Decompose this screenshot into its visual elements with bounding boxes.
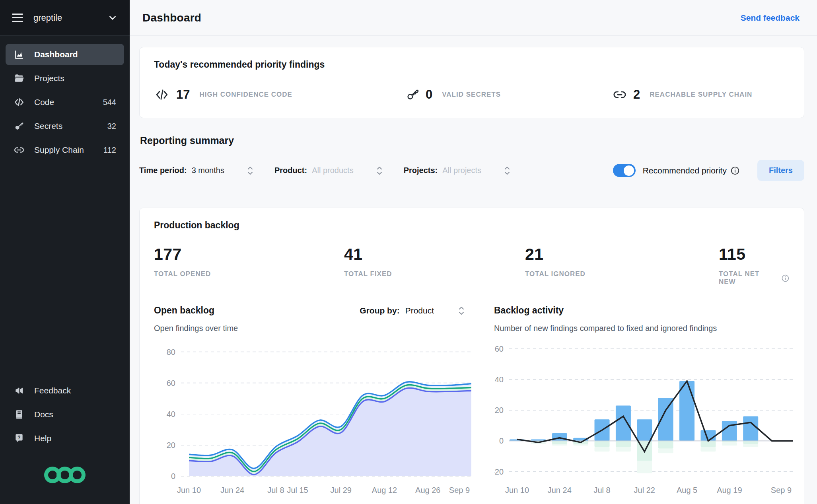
greptile-logo [6, 451, 124, 504]
sidebar-item-docs[interactable]: Docs [6, 404, 124, 425]
stat-high-confidence-code: 17 HIGH CONFIDENCE CODE [154, 88, 406, 102]
sidebar-footer: Feedback Docs ? Help [0, 380, 130, 504]
svg-text:Jul 15: Jul 15 [287, 486, 308, 494]
page-header: Dashboard Send feedback [130, 0, 817, 36]
menu-icon[interactable] [12, 14, 23, 22]
svg-text:40: 40 [495, 375, 504, 384]
filter-label: Product: [274, 166, 307, 175]
info-icon[interactable] [730, 166, 740, 175]
projects-select[interactable]: Projects: All projects [404, 165, 511, 176]
sidebar-item-label: Secrets [34, 121, 62, 131]
filter-label: Projects: [404, 166, 438, 175]
recommended-priority-toggle[interactable] [613, 164, 636, 177]
chain-link-icon [14, 145, 25, 155]
sidebar-item-help[interactable]: ? Help [6, 428, 124, 449]
supply-chain-count-badge: 112 [103, 146, 116, 155]
svg-text:Jun 10: Jun 10 [177, 486, 201, 494]
send-feedback-link[interactable]: Send feedback [741, 13, 799, 23]
filter-value: All products [312, 166, 354, 175]
svg-text:Jun 24: Jun 24 [548, 486, 572, 494]
backlog-stats-row: 177 TOTAL OPENED 41 TOTAL FIXED 21 TOTAL… [154, 245, 790, 286]
svg-text:Aug 19: Aug 19 [717, 486, 742, 494]
dashboard-icon [14, 49, 25, 60]
priority-stats-row: 17 HIGH CONFIDENCE CODE 0 VALID SECRETS … [154, 88, 790, 102]
stat-label-text: TOTAL NET NEW [719, 270, 778, 286]
svg-text:Jun 24: Jun 24 [220, 486, 244, 494]
priority-card-title: Today's recommended priority findings [154, 59, 790, 70]
stat-total-net-new: 115 TOTAL NET NEW [719, 245, 790, 286]
sidebar-item-label: Dashboard [34, 50, 78, 59]
charts-row: Open backlog Group by: Product Open find… [154, 305, 790, 504]
svg-text:Jun 10: Jun 10 [505, 486, 529, 494]
folder-icon [14, 73, 25, 84]
group-by-select[interactable]: Group by: Product [360, 306, 472, 316]
open-backlog-section: Open backlog Group by: Product Open find… [154, 305, 481, 504]
sidebar-item-label: Supply Chain [34, 145, 84, 155]
priority-findings-card: Today's recommended priority findings 17… [139, 47, 804, 118]
stat-value: 17 [176, 88, 190, 102]
sidebar: greptile Dashboard Projects Code 544 [0, 0, 130, 504]
backlog-activity-subtitle: Number of new findings compared to fixed… [494, 324, 796, 333]
sidebar-item-feedback[interactable]: Feedback [6, 380, 124, 401]
code-count-badge: 544 [103, 98, 116, 107]
key-icon [14, 121, 25, 131]
stat-label: TOTAL OPENED [154, 270, 344, 278]
svg-text:20: 20 [167, 441, 175, 450]
sidebar-item-label: Projects [34, 74, 64, 83]
svg-text:20: 20 [495, 406, 504, 414]
workspace-name: greptile [33, 13, 62, 23]
product-select[interactable]: Product: All products [274, 165, 383, 176]
sidebar-item-secrets[interactable]: Secrets 32 [6, 115, 124, 137]
chevron-up-down-icon [247, 165, 254, 176]
sidebar-item-label: Code [34, 97, 54, 107]
main-area: Dashboard Send feedback Today's recommen… [130, 0, 817, 504]
workspace-switcher[interactable]: greptile [0, 0, 130, 36]
chevron-up-down-icon [376, 165, 383, 176]
open-backlog-subtitle: Open findings over time [154, 324, 472, 333]
stat-value: 2 [633, 88, 640, 102]
chevron-down-icon[interactable] [107, 13, 118, 23]
svg-text:Sep 9: Sep 9 [449, 486, 470, 494]
svg-text:?: ? [18, 435, 20, 440]
sidebar-item-label: Docs [34, 410, 53, 419]
page-title: Dashboard [142, 12, 201, 24]
sidebar-item-code[interactable]: Code 544 [6, 91, 124, 113]
svg-text:Aug 12: Aug 12 [372, 486, 397, 494]
svg-text:Jul 29: Jul 29 [331, 486, 352, 494]
secrets-count-badge: 32 [107, 122, 116, 131]
stat-total-ignored: 21 TOTAL IGNORED [525, 245, 719, 286]
sidebar-item-label: Help [34, 434, 51, 443]
backlog-activity-title: Backlog activity [494, 305, 564, 316]
open-backlog-chart: 020406080Jun 10Jun 24Jul 8Jul 15Jul 29Au… [154, 338, 472, 498]
info-icon[interactable] [781, 274, 790, 282]
group-by-value: Product [405, 306, 434, 315]
sidebar-item-dashboard[interactable]: Dashboard [6, 44, 124, 65]
svg-text:Aug 26: Aug 26 [415, 486, 440, 494]
chevron-up-down-icon [458, 306, 465, 316]
backlog-card-title: Production backlog [154, 220, 790, 231]
time-period-select[interactable]: Time period: 3 months [139, 165, 254, 176]
production-backlog-card: Production backlog 177 TOTAL OPENED 41 T… [139, 208, 804, 504]
stat-value: 41 [344, 245, 525, 264]
filters-button[interactable]: Filters [757, 160, 804, 181]
svg-text:Jul 8: Jul 8 [593, 486, 610, 494]
svg-text:Jul 22: Jul 22 [634, 486, 655, 494]
code-icon [14, 97, 25, 107]
backlog-activity-chart: -200204060Jun 10Jun 24Jul 8Jul 22Aug 5Au… [494, 338, 796, 498]
sidebar-nav: Dashboard Projects Code 544 Secrets 32 [0, 36, 130, 163]
recommended-priority-cluster: Recommended priority Filters [613, 160, 804, 181]
stat-reachable-supply-chain: 2 REACHABLE SUPPLY CHAIN [613, 88, 790, 102]
code-icon [154, 88, 170, 101]
svg-text:-20: -20 [494, 467, 504, 476]
sidebar-item-supply-chain[interactable]: Supply Chain 112 [6, 139, 124, 161]
megaphone-icon [14, 385, 25, 396]
stat-label: VALID SECRETS [442, 91, 501, 99]
chain-link-icon [613, 88, 627, 101]
sidebar-item-projects[interactable]: Projects [6, 68, 124, 89]
svg-text:0: 0 [171, 472, 175, 481]
svg-text:0: 0 [499, 436, 504, 445]
chevron-up-down-icon [504, 165, 511, 176]
stat-label: TOTAL NET NEW [719, 270, 790, 286]
stat-value: 115 [719, 245, 790, 264]
svg-text:60: 60 [495, 344, 504, 353]
